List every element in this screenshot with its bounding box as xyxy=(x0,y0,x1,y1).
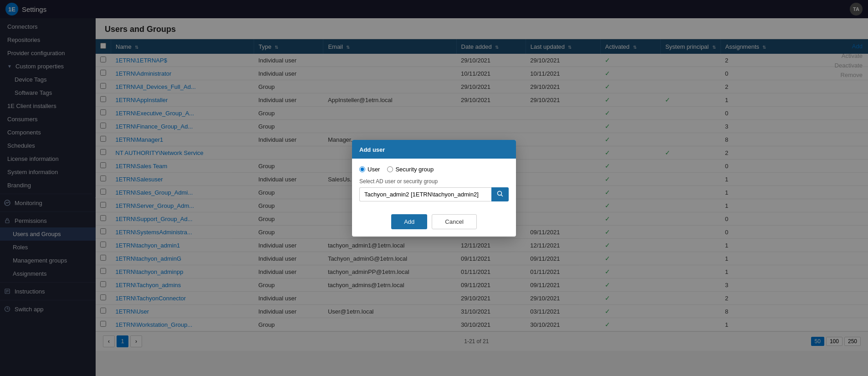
radio-row: User Security group xyxy=(359,166,509,173)
search-row xyxy=(359,187,509,201)
search-button[interactable] xyxy=(491,187,509,201)
search-icon xyxy=(497,191,503,197)
search-label: Select AD user or security group xyxy=(359,178,509,185)
modal-header: Add user xyxy=(352,140,516,159)
security-group-radio-text: Security group xyxy=(395,166,434,173)
modal-overlay: Add user User Security group Select AD u… xyxy=(0,0,868,376)
user-radio-text: User xyxy=(368,166,380,173)
modal-title: Add user xyxy=(359,146,385,153)
user-radio-label[interactable]: User xyxy=(359,166,380,173)
modal-body: User Security group Select AD user or se… xyxy=(352,159,516,209)
modal-add-button[interactable]: Add xyxy=(391,214,427,229)
search-input[interactable] xyxy=(359,187,491,201)
security-group-radio[interactable] xyxy=(387,166,393,172)
modal-footer: Add Cancel xyxy=(352,209,516,237)
add-user-modal: Add user User Security group Select AD u… xyxy=(352,140,516,237)
svg-line-7 xyxy=(501,195,503,196)
user-radio[interactable] xyxy=(359,166,365,172)
modal-cancel-button[interactable]: Cancel xyxy=(432,214,476,229)
security-group-radio-label[interactable]: Security group xyxy=(387,166,434,173)
